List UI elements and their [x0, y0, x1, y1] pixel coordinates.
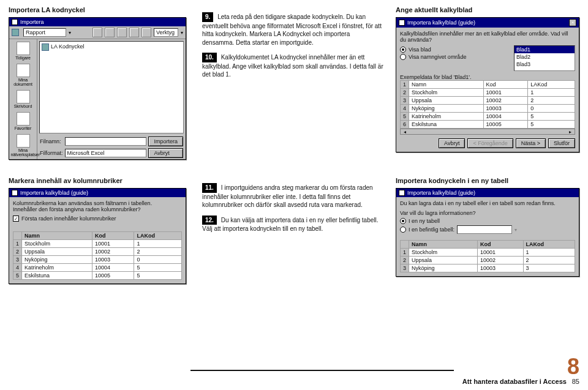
page-footer: 8 Att hantera databasfiler i Access 85 — [9, 356, 579, 385]
import-toolbar: Rapport ▾ Verktyg ▾ — [9, 26, 186, 39]
footer-page-number: 85 — [572, 378, 579, 385]
wizard3-intro: Du kan lagra data i en ny tabell eller i… — [400, 200, 575, 206]
label-filetype: Filformat: — [40, 150, 63, 156]
footer-chapter-number: 8 — [567, 354, 579, 379]
block-importera-la: Importera LA kodnyckel Importera Rapport… — [9, 6, 190, 160]
block-steps-9-10: 9. Leta reda på den tidigare skapade kod… — [202, 6, 383, 160]
step-10: 10. Kalkyldokumentet LA kodnyckel innehå… — [202, 53, 383, 79]
footer-chapter-title: Att hantera databasfiler i Access — [462, 378, 567, 385]
wizard3-existing-combo[interactable] — [457, 225, 512, 234]
step-9: 9. Leta reda på den tidigare skapade kod… — [202, 12, 383, 47]
heading-ange-kalkylblad: Ange aktuellt kalkylblad — [396, 6, 579, 13]
footer-rule — [190, 370, 454, 371]
wizard1-close-icon[interactable]: × — [569, 19, 576, 26]
table-row: 2Uppsala100022 — [401, 257, 575, 264]
import-dialog-title: Importera — [20, 19, 44, 25]
step-11-num: 11. — [202, 183, 217, 193]
heading-importera-la: Importera LA kodnyckel — [9, 6, 190, 13]
wizard3-icon — [399, 190, 405, 196]
sheet-item[interactable]: Blad3 — [514, 61, 575, 68]
table-row: 3Uppsala100022 — [401, 97, 575, 105]
wizard1-prev-button[interactable]: < Föregående — [467, 138, 513, 148]
wizard3-radio-befintlig[interactable]: I en befintlig tabell: ▾ — [400, 225, 575, 234]
wizard1-sheetlist[interactable]: Blad1 Blad2 Blad3 — [514, 45, 575, 71]
wizard3-radio-ny[interactable]: I en ny tabell — [400, 218, 575, 224]
sheet-item[interactable]: Blad1 — [514, 46, 575, 53]
wizard2-checkbox-firstrow[interactable]: ✓ Första raden innehåller kolumnrubriker — [13, 216, 182, 222]
wizard1-radio-blad[interactable]: Visa blad — [400, 47, 509, 53]
table-row: 2Stockholm100011 — [401, 89, 575, 97]
wizard1-next-button[interactable]: Nästa > — [516, 138, 546, 148]
wizard3-grid: NamnKodLAKod 1Stockholm100011 2Uppsala10… — [400, 240, 575, 272]
wizard3-dialog: Importera kalkylblad (guide) Du kan lagr… — [396, 188, 579, 277]
import-filelist[interactable]: LA Kodnyckel — [39, 41, 184, 133]
import-dialog-titlebar: Importera — [9, 18, 186, 26]
block-steps-11-12: 11. I importguidens andra steg markerar … — [202, 177, 383, 284]
table-row: 6Eskilstuna100055 — [401, 121, 575, 129]
excel-file-icon — [42, 43, 49, 51]
table-row: 4Nyköping100030 — [401, 105, 575, 113]
wizard2-icon — [12, 190, 18, 196]
wizard2-intro2: Innehåller den första angivna raden kolu… — [13, 206, 182, 212]
import-cancel-button[interactable]: Avbryt — [148, 148, 183, 158]
import-file-item[interactable]: LA Kodnyckel — [51, 43, 85, 50]
wizard1-titlebar: Importera kalkylblad (guide) × — [396, 18, 579, 28]
sidebar-item-tidigare[interactable]: Tidigare — [11, 42, 36, 60]
wizard1-cancel-button[interactable]: Avbryt — [439, 138, 465, 148]
wizard3-title: Importera kalkylblad (guide) — [407, 190, 475, 196]
heading-importera-ny-tabell: Importera kodnyckeln i en ny tabell — [396, 177, 579, 184]
heading-markera-kolumn: Markera innehåll av kolumnrubriker — [9, 177, 190, 184]
sheet-item[interactable]: Blad2 — [514, 53, 575, 61]
sidebar-item-natverk[interactable]: Mina nätverksplatser — [11, 134, 36, 157]
delete-icon[interactable] — [129, 28, 139, 37]
page-grid: Importera LA kodnyckel Importera Rapport… — [9, 6, 579, 284]
folder-icon — [12, 29, 19, 36]
input-filetype[interactable]: Microsoft Excel — [65, 149, 147, 157]
table-row: 2Uppsala100022 — [13, 248, 182, 256]
import-sidebar: Tidigare Mina dokument Skrivbord Favorit… — [9, 39, 37, 159]
wizard1-title: Importera kalkylblad (guide) — [407, 20, 475, 26]
wizard1-finish-button[interactable]: Slutför — [548, 138, 575, 148]
wizard1-grid: 1NamnKodLAKod 2Stockholm100011 3Uppsala1… — [400, 80, 575, 129]
input-filename[interactable] — [65, 137, 147, 146]
wizard1-intro: Kalkylbladsfilen innehåller mer än ett k… — [400, 31, 575, 43]
wizard2-grid: NamnKodLAKod 1Stockholm100011 2Uppsala10… — [13, 231, 182, 280]
step-12-num: 12. — [202, 216, 217, 225]
import-dialog-icon — [12, 19, 18, 25]
block-importera-ny-tabell: Importera kodnyckeln i en ny tabell Impo… — [396, 177, 579, 284]
table-row: 1Stockholm100011 — [13, 240, 182, 248]
wizard1-radio-omrade[interactable]: Visa namngivet område — [400, 54, 509, 60]
wizard2-intro1: Kolumnrubrikerna kan användas som fältna… — [13, 200, 182, 206]
sidebar-item-favoriter[interactable]: Favoriter — [11, 112, 36, 130]
step-12: 12. Du kan välja att importera data i en… — [202, 216, 383, 233]
wizard3-titlebar: Importera kalkylblad (guide) — [396, 189, 579, 197]
table-row: 3Nyköping100030 — [13, 256, 182, 264]
step-11-text: I importguidens andra steg markerar du o… — [202, 184, 373, 208]
table-row: 4Katrineholm100045 — [13, 264, 182, 272]
table-row: 1Stockholm100011 — [401, 249, 575, 257]
search-icon[interactable] — [117, 28, 127, 37]
step-12-text: Du kan välja att importera data i en ny … — [202, 217, 379, 233]
step-10-num: 10. — [202, 53, 217, 62]
table-row: 5Eskilstuna100055 — [13, 272, 182, 280]
newfolder-icon[interactable] — [141, 28, 151, 37]
nav-back-icon[interactable] — [92, 28, 102, 37]
wizard2-titlebar: Importera kalkylblad (guide) — [9, 189, 186, 197]
nav-up-icon[interactable] — [105, 28, 115, 37]
step-10-text: Kalkyldokumentet LA kodnyckel innehåller… — [202, 54, 383, 78]
step-9-num: 9. — [202, 12, 213, 22]
wizard1-scrollbar[interactable]: ◂▸ — [400, 129, 575, 135]
check-icon: ✓ — [13, 216, 19, 222]
import-button[interactable]: Importera — [148, 137, 183, 146]
wizard2-dialog: Importera kalkylblad (guide) Kolumnrubri… — [9, 188, 186, 284]
block-markera-kolumnrubriker: Markera innehåll av kolumnrubriker Impor… — [9, 177, 190, 284]
sidebar-item-skrivbord[interactable]: Skrivbord — [11, 90, 36, 108]
verktyg-combo[interactable]: Verktyg — [154, 28, 178, 37]
wizard3-question: Var vill du lagra informationen? — [400, 210, 575, 216]
sidebar-item-minadok[interactable]: Mina dokument — [11, 64, 36, 86]
lookin-combo[interactable]: Rapport — [23, 28, 66, 37]
wizard1-icon — [399, 20, 405, 26]
table-row: 5Katrineholm100045 — [401, 113, 575, 121]
table-row: 1NamnKodLAKod — [401, 81, 575, 89]
wizard1-dialog: Importera kalkylblad (guide) × Kalkylbla… — [396, 17, 579, 152]
